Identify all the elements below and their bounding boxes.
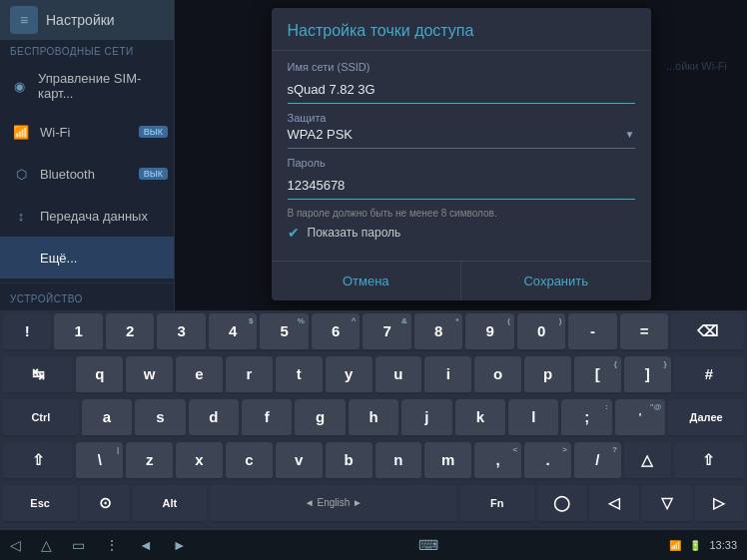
key-shift-left[interactable]: ⇧ bbox=[3, 442, 73, 480]
wireless-section-label: БЕСПРОВОДНЫЕ СЕТИ bbox=[0, 40, 174, 61]
key-6[interactable]: 6^ bbox=[312, 313, 360, 351]
wifi-icon: 📶 bbox=[10, 121, 32, 143]
key-comma[interactable]: ,< bbox=[474, 442, 521, 480]
key-rbracket[interactable]: ]} bbox=[624, 356, 671, 394]
dialog-title: Настройка точки доступа bbox=[272, 8, 651, 51]
key-hash[interactable]: # bbox=[674, 356, 744, 394]
device-section-label: УСТРОЙСТВО bbox=[0, 287, 174, 308]
key-backslash[interactable]: \| bbox=[76, 442, 123, 480]
key-5[interactable]: 5% bbox=[260, 313, 308, 351]
key-up-arrow[interactable]: △ bbox=[624, 442, 671, 480]
key-exclaim[interactable]: ! bbox=[3, 313, 51, 351]
key-minus[interactable]: - bbox=[568, 313, 616, 351]
key-h[interactable]: h bbox=[349, 399, 398, 437]
settings-icon: ≡ bbox=[10, 6, 38, 34]
save-button[interactable]: Сохранить bbox=[461, 262, 651, 300]
key-y[interactable]: y bbox=[326, 356, 373, 394]
key-down-arrow[interactable]: ▽ bbox=[642, 485, 692, 523]
key-slash[interactable]: /? bbox=[574, 442, 621, 480]
data-icon: ↕ bbox=[10, 205, 32, 227]
nav-vol-up-button[interactable]: ► bbox=[173, 537, 187, 553]
key-q[interactable]: q bbox=[76, 356, 123, 394]
key-enter[interactable]: Далее bbox=[668, 399, 744, 437]
wifi-label: Wi-Fi bbox=[40, 125, 70, 140]
key-backspace[interactable]: ⌫ bbox=[671, 313, 744, 351]
bottom-bar: ◁ △ ▭ ⋮ ◄ ► ⌨ 📶 🔋 13:33 bbox=[0, 530, 747, 560]
key-lbracket[interactable]: [{ bbox=[574, 356, 621, 394]
key-c[interactable]: c bbox=[226, 442, 273, 480]
key-3[interactable]: 3 bbox=[157, 313, 205, 351]
key-apostrophe[interactable]: '"@ bbox=[615, 399, 665, 437]
nav-menu-button[interactable]: ⋮ bbox=[105, 537, 119, 553]
keyboard-row-3: Ctrl a s d f g h j k l ;: '"@ Далее bbox=[0, 396, 747, 439]
key-1[interactable]: 1 bbox=[54, 313, 102, 351]
key-alt[interactable]: Alt bbox=[133, 485, 207, 523]
key-period[interactable]: .> bbox=[524, 442, 571, 480]
key-shift-right[interactable]: ⇧ bbox=[674, 442, 744, 480]
nav-home-button[interactable]: △ bbox=[41, 537, 52, 553]
key-equals[interactable]: = bbox=[620, 313, 668, 351]
password-value[interactable]: 12345678 bbox=[288, 172, 635, 200]
key-z[interactable]: z bbox=[126, 442, 173, 480]
dialog-overlay: Настройка точки доступа Имя сети (SSID) … bbox=[175, 0, 747, 329]
ssid-value[interactable]: sQuad 7.82 3G bbox=[288, 76, 635, 104]
key-x[interactable]: x bbox=[176, 442, 223, 480]
key-7[interactable]: 7& bbox=[363, 313, 410, 351]
key-b[interactable]: b bbox=[326, 442, 373, 480]
cancel-button[interactable]: Отмена bbox=[272, 262, 462, 300]
sidebar-item-wifi[interactable]: 📶 Wi-Fi ВЫК bbox=[0, 111, 174, 153]
key-n[interactable]: n bbox=[375, 442, 422, 480]
key-space[interactable]: ◄ English ► bbox=[210, 485, 457, 523]
sidebar-item-data[interactable]: ↕ Передача данных bbox=[0, 195, 174, 237]
nav-back-button[interactable]: ◁ bbox=[10, 537, 21, 553]
key-i[interactable]: i bbox=[424, 356, 471, 394]
key-w[interactable]: w bbox=[126, 356, 173, 394]
keyboard-row-4: ⇧ \| z x c v b n m ,< .> /? △ ⇧ bbox=[0, 439, 747, 482]
key-p[interactable]: p bbox=[524, 356, 571, 394]
key-u[interactable]: u bbox=[375, 356, 422, 394]
key-2[interactable]: 2 bbox=[106, 313, 154, 351]
key-9[interactable]: 9( bbox=[465, 313, 513, 351]
key-t[interactable]: t bbox=[276, 356, 323, 394]
key-fn[interactable]: Fn bbox=[460, 485, 534, 523]
key-o[interactable]: o bbox=[474, 356, 521, 394]
sidebar-item-bluetooth[interactable]: ⬡ Bluetooth ВЫК bbox=[0, 153, 174, 195]
key-e[interactable]: e bbox=[176, 356, 223, 394]
keyboard-icon[interactable]: ⌨ bbox=[418, 537, 438, 553]
sim-icon: ◉ bbox=[10, 75, 30, 97]
key-g[interactable]: g bbox=[295, 399, 345, 437]
key-circle[interactable]: ◯ bbox=[537, 485, 587, 523]
key-globe[interactable]: ⊙ bbox=[80, 485, 130, 523]
hotspot-dialog: Настройка точки доступа Имя сети (SSID) … bbox=[272, 8, 651, 300]
bluetooth-icon: ⬡ bbox=[10, 163, 32, 185]
key-tab[interactable]: ↹ bbox=[3, 356, 73, 394]
key-a[interactable]: a bbox=[82, 399, 132, 437]
key-l[interactable]: l bbox=[508, 399, 558, 437]
key-esc[interactable]: Esc bbox=[3, 485, 77, 523]
key-8[interactable]: 8* bbox=[414, 313, 462, 351]
key-4[interactable]: 4$ bbox=[209, 313, 257, 351]
key-v[interactable]: v bbox=[276, 442, 323, 480]
key-m[interactable]: m bbox=[424, 442, 471, 480]
dialog-actions: Отмена Сохранить bbox=[272, 261, 651, 300]
key-s[interactable]: s bbox=[135, 399, 185, 437]
key-d[interactable]: d bbox=[189, 399, 239, 437]
key-0[interactable]: 0) bbox=[517, 313, 565, 351]
more-label: Ещё... bbox=[40, 251, 77, 266]
bottom-center: ⌨ bbox=[418, 537, 438, 553]
sidebar-item-sim[interactable]: ◉ Управление SIM-карт... bbox=[0, 61, 174, 111]
key-semicolon[interactable]: ;: bbox=[561, 399, 611, 437]
key-right-arrow[interactable]: ▷ bbox=[695, 485, 745, 523]
sidebar-item-more[interactable]: Ещё... bbox=[0, 237, 174, 279]
password-label: Пароль bbox=[288, 157, 635, 169]
key-r[interactable]: r bbox=[226, 356, 273, 394]
nav-vol-down-button[interactable]: ◄ bbox=[139, 537, 153, 553]
key-j[interactable]: j bbox=[401, 399, 451, 437]
nav-recent-button[interactable]: ▭ bbox=[72, 537, 85, 553]
show-password-row[interactable]: ✔ Показать пароль bbox=[288, 225, 635, 241]
security-field[interactable]: WPA2 PSK ▼ bbox=[288, 127, 635, 149]
key-left-arrow[interactable]: ◁ bbox=[589, 485, 639, 523]
key-f[interactable]: f bbox=[242, 399, 292, 437]
key-k[interactable]: k bbox=[455, 399, 505, 437]
key-ctrl[interactable]: Ctrl bbox=[3, 399, 79, 437]
